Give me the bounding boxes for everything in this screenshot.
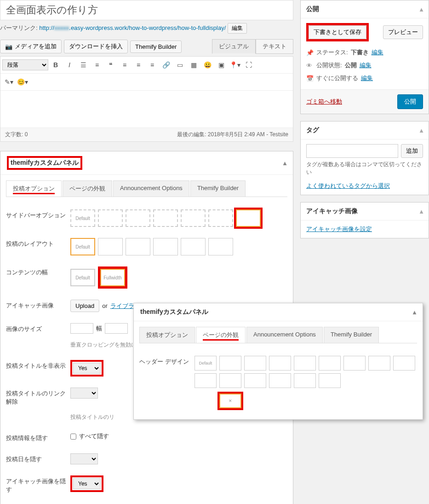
popup-tab-page-appearance[interactable]: ページの外観 — [196, 327, 246, 343]
tab-announcement[interactable]: Announcement Options — [113, 180, 189, 197]
unlink-title-note: 投稿タイトルのリ — [70, 413, 114, 421]
hide-all-checkbox[interactable] — [70, 434, 76, 440]
format-select[interactable]: 段落 — [2, 59, 48, 70]
bullet-list-icon[interactable]: ☰ — [77, 58, 90, 71]
permalink-link[interactable]: http://xxxxx.easy-wordpress.work/how-to-… — [39, 24, 226, 31]
header-5[interactable] — [319, 356, 341, 371]
contentwidth-default[interactable]: Default — [70, 269, 95, 286]
header-2[interactable] — [244, 356, 266, 371]
tab-builder[interactable]: Themify Builder — [190, 180, 246, 197]
tab-page-appearance[interactable]: ページの外観 — [63, 180, 112, 197]
header-design-label: ヘッダー デザイン — [139, 356, 194, 366]
header-default[interactable]: Default — [194, 356, 217, 371]
more-icon[interactable]: ▭ — [173, 58, 186, 71]
visual-tab[interactable]: ビジュアル — [212, 39, 256, 54]
header-1[interactable] — [219, 356, 241, 371]
add-tag-button[interactable]: 追加 — [401, 144, 423, 158]
table-icon[interactable]: ▦ — [187, 58, 200, 71]
postlayout-4[interactable] — [181, 238, 206, 255]
insert-download-button[interactable]: ダウンロードを挿入 — [64, 40, 128, 53]
postlayout-3[interactable] — [153, 238, 178, 255]
hide-featured-select[interactable]: Yes — [73, 478, 101, 489]
header-9[interactable] — [194, 373, 217, 388]
header-14[interactable] — [319, 373, 341, 388]
popup-tab-announcement[interactable]: Announcement Options — [246, 327, 323, 343]
link-icon[interactable]: 🔗 — [160, 58, 172, 71]
emoji-icon[interactable]: 😀 — [201, 58, 214, 71]
header-10[interactable] — [219, 373, 241, 388]
header-none[interactable]: ✕ — [219, 394, 241, 408]
sidebar-opt2[interactable] — [126, 209, 150, 227]
publish-title: 公開 — [306, 5, 319, 13]
choose-tags-link[interactable]: よく使われているタグから選択 — [306, 182, 390, 189]
header-3[interactable] — [269, 356, 291, 371]
set-featured-link[interactable]: アイキャッチ画像を設定 — [306, 226, 372, 232]
textcolor-icon[interactable]: ✎▾ — [2, 75, 15, 88]
camera-icon: 📷 — [5, 43, 12, 50]
hide-title-select[interactable]: Yes — [73, 363, 101, 374]
featured-image-label: アイキャッチ画像 — [6, 300, 70, 310]
permalink-row: パーマリンク: http://xxxxx.easy-wordpress.work… — [0, 20, 293, 36]
sidebar-opt5[interactable] — [208, 209, 233, 227]
popup-tab-post-options[interactable]: 投稿オプション — [139, 327, 195, 343]
postlayout-1[interactable] — [98, 238, 123, 255]
postlayout-2[interactable] — [126, 238, 150, 255]
sidebar-default[interactable]: Default — [70, 209, 95, 227]
box-icon[interactable]: ▣ — [215, 58, 228, 71]
save-draft-button[interactable]: 下書きとして保存 — [309, 25, 366, 39]
content-width-label: コンテンツの幅 — [6, 266, 70, 277]
sidebar-none[interactable] — [236, 209, 261, 227]
publish-button[interactable]: 公開 — [397, 94, 423, 109]
contentwidth-fullwidth[interactable]: Fullwidth — [100, 269, 125, 286]
header-12[interactable] — [269, 373, 291, 388]
emoji2-icon[interactable]: 😊▾ — [16, 75, 29, 88]
text-tab[interactable]: テキスト — [256, 39, 293, 54]
tab-post-options[interactable]: 投稿オプション — [6, 180, 62, 197]
align-left-icon[interactable]: ≡ — [118, 58, 131, 71]
collapse-icon[interactable]: ▴ — [420, 127, 423, 134]
visibility-edit-link[interactable]: 編集 — [360, 61, 372, 70]
collapse-icon[interactable]: ▴ — [420, 208, 423, 215]
marker-icon[interactable]: 📍▾ — [229, 58, 241, 71]
status-edit-link[interactable]: 編集 — [372, 48, 383, 57]
trash-link[interactable]: ゴミ箱へ移動 — [306, 98, 342, 106]
image-width-input[interactable] — [70, 323, 93, 334]
header-11[interactable] — [244, 373, 266, 388]
upload-button[interactable]: Upload — [70, 300, 99, 312]
quote-icon[interactable]: ❝ — [104, 58, 117, 71]
hide-date-select[interactable] — [70, 453, 98, 464]
align-center-icon[interactable]: ≡ — [132, 58, 145, 71]
fullscreen-icon[interactable]: ⛶ — [242, 58, 255, 71]
permalink-edit-button[interactable]: 編集 — [228, 23, 247, 34]
add-media-button[interactable]: 📷メディアを追加 — [0, 40, 62, 53]
sidebar-opt4[interactable] — [181, 209, 206, 227]
popup-tab-builder[interactable]: Themify Builder — [324, 327, 379, 343]
italic-icon[interactable]: I — [63, 58, 76, 71]
image-height-input[interactable] — [105, 323, 128, 334]
editor-content[interactable] — [0, 91, 293, 127]
header-4[interactable] — [294, 356, 316, 371]
tag-input[interactable] — [306, 144, 398, 158]
hide-meta-label: 投稿情報を隠す — [6, 432, 70, 442]
post-title-input[interactable] — [0, 0, 293, 20]
number-list-icon[interactable]: ≡ — [91, 58, 103, 71]
align-right-icon[interactable]: ≡ — [146, 58, 159, 71]
bold-icon[interactable]: B — [49, 58, 62, 71]
sidebar-opt1[interactable] — [98, 209, 123, 227]
themify-builder-button[interactable]: Themify Builder — [130, 41, 182, 53]
calendar-icon: 📅 — [306, 75, 314, 82]
collapse-icon[interactable]: ▴ — [420, 6, 423, 13]
header-13[interactable] — [294, 373, 316, 388]
schedule-edit-link[interactable]: 編集 — [361, 74, 373, 82]
collapse-icon[interactable]: ▴ — [413, 308, 416, 316]
hide-title-label: 投稿タイトルを非表示 — [6, 360, 70, 370]
header-8[interactable] — [393, 356, 415, 371]
postlayout-5[interactable] — [208, 238, 233, 255]
sidebar-opt3[interactable] — [153, 209, 178, 227]
header-7[interactable] — [368, 356, 390, 371]
postlayout-default[interactable]: Default — [70, 238, 95, 255]
collapse-icon[interactable]: ▴ — [283, 159, 286, 167]
preview-button[interactable]: プレビュー — [383, 25, 423, 39]
header-6[interactable] — [343, 356, 366, 371]
unlink-title-select[interactable] — [70, 388, 98, 399]
